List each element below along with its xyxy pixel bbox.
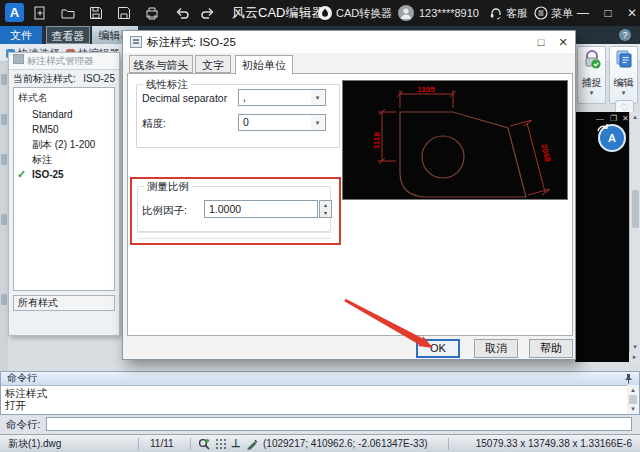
- menu-button[interactable]: 菜单: [551, 0, 573, 26]
- account-label[interactable]: 123****8910: [419, 0, 479, 26]
- dimension-preview: 1195 1118 2068: [342, 80, 568, 200]
- pen-icon[interactable]: [246, 438, 258, 450]
- service-button[interactable]: 客服: [506, 0, 528, 26]
- ok-button[interactable]: OK: [416, 339, 460, 358]
- app-window: A 风云CAD编辑器 CAD转换器 123****8910 客服 菜单 —: [0, 0, 640, 452]
- left-toolbar-strip: [0, 62, 8, 371]
- linear-group-label: 线性标注: [143, 78, 191, 92]
- new-file-icon[interactable]: [32, 5, 48, 21]
- avatar[interactable]: [398, 5, 414, 21]
- current-style-row: 当前标注样式: ISO-25: [13, 72, 117, 86]
- scroll-down-icon[interactable]: ▾: [630, 342, 640, 352]
- list-item[interactable]: Standard: [14, 107, 114, 122]
- style-list: 样式名 Standard RM50 副本 (2) 1-200 标注 ✓ ISO-…: [13, 87, 115, 291]
- scroll-up-icon[interactable]: ▴: [630, 112, 640, 122]
- dim-right-value: 2068: [539, 143, 552, 163]
- current-file-label: 新块(1).dwg: [8, 435, 61, 452]
- print-icon[interactable]: [144, 5, 160, 21]
- dialog-maximize-button[interactable]: □: [531, 31, 551, 53]
- canvas-restore-icon[interactable]: ❐: [610, 114, 617, 124]
- highlight-rectangle: [130, 177, 341, 245]
- snap-label: 捕捉: [578, 76, 605, 90]
- coordinates-label: (1029217; 410962.6; -2.061347E-33): [263, 435, 428, 452]
- vertical-scrollbar[interactable]: ▴ ▾: [629, 112, 640, 362]
- save-as-icon[interactable]: [116, 5, 132, 21]
- tab-primary-units[interactable]: 初始单位: [235, 55, 293, 75]
- grid-icon[interactable]: [215, 438, 227, 450]
- command-history: 标注样式 打开: [5, 387, 47, 411]
- tab-file[interactable]: 文件: [0, 26, 42, 44]
- dialog-titlebar: 标注样式: ISO-25 □ ✕: [123, 31, 575, 53]
- snap-icon: [582, 49, 602, 71]
- minimize-button[interactable]: —: [572, 0, 594, 26]
- titlebar: A 风云CAD编辑器 CAD转换器 123****8910 客服 菜单 —: [0, 0, 640, 26]
- scrollbar-thumb[interactable]: [632, 190, 639, 228]
- decimal-separator-select[interactable]: , ▾: [238, 89, 326, 106]
- converter-float-button[interactable]: A: [598, 124, 626, 152]
- panel-icon: [13, 54, 24, 64]
- style-list-header: 样式名: [18, 91, 114, 105]
- dialog-close-button[interactable]: ✕: [553, 31, 573, 53]
- command-panel: 命令行 标注样式 打开 ▴ ▾: [0, 371, 640, 415]
- ortho-icon[interactable]: ⊥: [231, 435, 241, 452]
- statusbar: 新块(1).dwg 11/11 ⊥ (1029217; 410962.6; -2…: [0, 434, 640, 452]
- undo-icon[interactable]: [174, 5, 190, 21]
- decimal-separator-label: Decimal separator: [142, 92, 227, 104]
- toolbar-chip[interactable]: [1, 74, 7, 85]
- toolbar-chip[interactable]: [1, 294, 7, 305]
- toolbar-chip[interactable]: [1, 114, 7, 125]
- redo-icon[interactable]: [200, 5, 216, 21]
- command-line: 标注样式: [5, 387, 47, 399]
- tab-text[interactable]: 文字: [195, 55, 231, 73]
- drawing-extents-label: 15079.33 x 13749.38 x 1.33166E-6: [476, 435, 632, 452]
- list-item[interactable]: RM50: [14, 122, 114, 137]
- divider: [448, 438, 449, 450]
- open-folder-icon[interactable]: [60, 5, 76, 21]
- toolbar-chip[interactable]: [1, 214, 7, 225]
- dialog-body: 线性标注 Decimal separator , ▾ 精度: 0 ▾ 测量比例 …: [127, 73, 573, 336]
- menu-icon: [534, 6, 548, 20]
- command-input[interactable]: [46, 417, 632, 431]
- chevron-down-icon[interactable]: ▾: [610, 90, 637, 96]
- service-icon: [489, 6, 503, 20]
- tab-viewer[interactable]: 查看器: [46, 26, 90, 44]
- cad-converter-button[interactable]: CAD转换器: [336, 0, 392, 26]
- current-style-value: ISO-25: [83, 72, 115, 86]
- snap-button[interactable]: 捕捉 ▾: [577, 46, 606, 104]
- divider: [190, 438, 191, 450]
- close-button[interactable]: ✕: [621, 0, 640, 26]
- edit-icon: [614, 49, 634, 71]
- divider: [138, 438, 139, 450]
- command-panel-header[interactable]: 命令行: [1, 372, 639, 386]
- scroll-right-icon[interactable]: ▸: [629, 352, 640, 362]
- list-item[interactable]: 副本 (2) 1-200: [14, 137, 114, 152]
- save-icon[interactable]: [88, 5, 104, 21]
- cancel-button[interactable]: 取消: [474, 339, 518, 358]
- scrollbar-thumb[interactable]: [629, 395, 637, 404]
- all-styles-dropdown[interactable]: 所有样式: [13, 295, 115, 311]
- sheet-count-label: 11/11: [150, 435, 174, 452]
- toolbar-chip[interactable]: [1, 154, 7, 165]
- list-item[interactable]: 标注: [14, 152, 114, 167]
- edit-label: 编辑: [610, 76, 637, 90]
- chevron-down-icon[interactable]: ▾: [578, 90, 605, 96]
- command-line: 打开: [5, 399, 47, 411]
- object-snap-icon[interactable]: [198, 438, 210, 450]
- precision-select[interactable]: 0 ▾: [238, 114, 326, 131]
- command-scrollbar[interactable]: ▴ ▾: [627, 385, 639, 414]
- command-panel-title: 命令行: [7, 372, 37, 383]
- dimension-style-dialog: 标注样式: ISO-25 □ ✕ 线条与箭头 文字 初始单位 线性标注 Deci…: [122, 30, 576, 360]
- help-button[interactable]: 帮助: [529, 339, 573, 358]
- current-style-label: 当前标注样式:: [13, 73, 76, 84]
- help-icon[interactable]: ?: [619, 29, 631, 41]
- dialog-title: 标注样式: ISO-25: [147, 31, 236, 53]
- pin-icon[interactable]: [624, 373, 633, 384]
- list-item-selected[interactable]: ✓ ISO-25: [14, 167, 114, 182]
- cad-converter-icon: [318, 6, 332, 20]
- scroll-down-icon: ▾: [627, 404, 639, 414]
- tab-lines-arrows[interactable]: 线条与箭头: [129, 55, 193, 73]
- edit-button[interactable]: 编辑 ▾: [609, 46, 638, 104]
- canvas-close-icon[interactable]: ✕: [622, 114, 629, 124]
- panel-header: 标注样式管理器: [9, 53, 119, 70]
- maximize-button[interactable]: □: [597, 0, 619, 26]
